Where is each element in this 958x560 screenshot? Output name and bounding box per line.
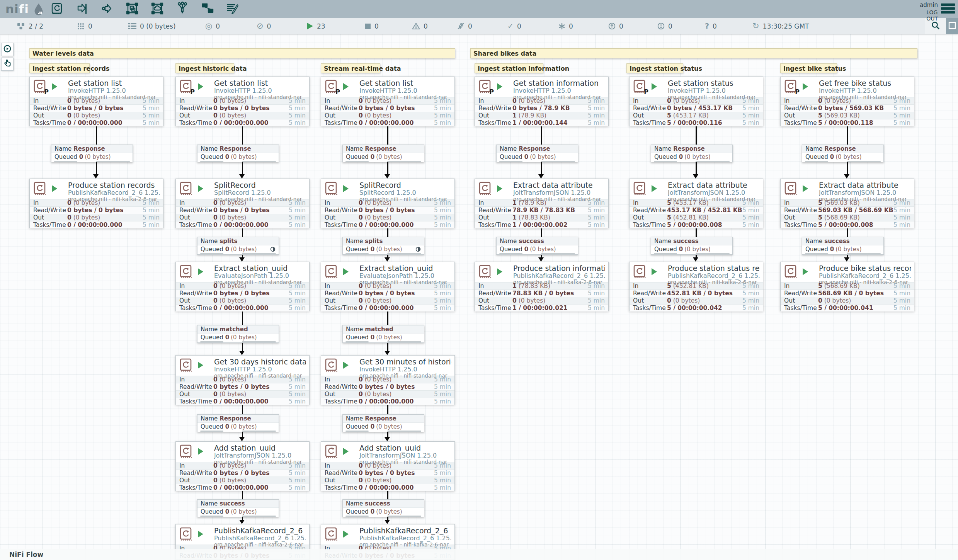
queued-count: 0 (371, 334, 374, 341)
connection-label[interactable]: NamematchedQueued0(0 bytes) (342, 325, 424, 343)
processor[interactable]: Get 30 days historic dataInvokeHTTP 1.25… (175, 355, 310, 405)
toolbar-output-port-icon (100, 2, 114, 17)
processor[interactable]: Produce station recordsPublishKafkaRecor… (29, 179, 163, 228)
toolbar-input-port-button[interactable] (75, 3, 88, 16)
toolbar-output-port-button[interactable] (100, 3, 114, 16)
locally-modified-stale-icon (657, 22, 665, 30)
queued-label: Queued (805, 246, 828, 253)
section-label[interactable]: Stream real-time data (321, 63, 380, 73)
connection-label[interactable]: NamesplitsQueued0(0 bytes) (342, 237, 424, 255)
stat-label: Tasks/Time (325, 484, 359, 491)
stat-value: 0 / 00:00:00.000 (359, 119, 414, 126)
toolbar-processor-button[interactable] (50, 3, 63, 16)
processor[interactable]: PGet free bike statusInvokeHTTP 1.25.0or… (780, 77, 914, 126)
breadcrumb-root[interactable]: NiFi Flow (0, 549, 958, 558)
connection-label[interactable]: NameResponseQueued0(0 bytes) (197, 414, 279, 432)
queue-count-bar (345, 341, 369, 342)
stat-value: 0 bytes / 0 bytes (213, 383, 270, 390)
connection-arrowhead-icon (385, 520, 390, 524)
logout-link[interactable]: LOG OUT (926, 9, 938, 22)
connection-arrowhead-icon (93, 174, 99, 179)
corner-panel-toggle[interactable] (946, 18, 958, 34)
processor[interactable]: Extract data attributeJoltTransformJSON … (475, 179, 609, 228)
toolbar-remote-process-group-button[interactable] (151, 3, 164, 16)
stat-size: (568.69 KB) (824, 283, 860, 289)
group-label[interactable]: Water levels data (29, 48, 455, 58)
stat-window: 5 min (289, 199, 306, 206)
processor-header: SplitRecordSplitRecord 1.25.0org.apache.… (321, 179, 454, 199)
section-label[interactable]: Ingest historic data (175, 63, 234, 73)
connection-arrowhead-icon (385, 351, 390, 355)
connection-label[interactable]: NamesplitsQueued0(0 bytes) (197, 237, 279, 255)
processor-header: Extract data attributeJoltTransformJSON … (630, 179, 763, 199)
group-label[interactable]: Shared bikes data (470, 48, 917, 58)
stat-label: Read/Write (179, 207, 213, 214)
toolbar-process-group-button[interactable] (126, 3, 139, 16)
stat-label: Read/Write (478, 207, 512, 214)
processor[interactable]: PGet station statusInvokeHTTP 1.25.0org.… (629, 77, 763, 126)
queue-size-bar (387, 341, 421, 342)
processor[interactable]: Produce station information rec...Publis… (475, 262, 609, 311)
processor[interactable]: Extract station_uuidEvaluateJsonPath 1.2… (321, 262, 455, 311)
operate-palette-toggle[interactable] (1, 58, 14, 71)
connection-label[interactable]: NameResponseQueued0(0 bytes) (496, 145, 578, 162)
stat-row-tasks: Tasks/Time5 / 00:00:00.1165 min (630, 119, 763, 126)
toolbar-funnel-button[interactable] (176, 3, 189, 16)
processor[interactable]: PGet station listInvokeHTTP 1.25.0org.ap… (29, 77, 163, 126)
refresh-icon[interactable]: ↻ (752, 22, 759, 30)
processor[interactable]: PGet station informationInvokeHTTP 1.25.… (475, 77, 609, 126)
processor[interactable]: Add station_uuidJoltTransformJSON 1.25.0… (321, 441, 455, 491)
connection-label[interactable]: NamesuccessQueued0(0 bytes) (342, 499, 424, 517)
stat-row-in: In5 (568.69 KB)5 min (781, 282, 914, 289)
stat-count: 5 (667, 214, 671, 221)
connection-label[interactable]: NamesuccessQueued0(0 bytes) (651, 237, 733, 255)
run-status-running-icon (198, 531, 209, 538)
stat-value: 0 (0 bytes) (213, 391, 246, 398)
processor[interactable]: Produce bike status recordsPublishKafkaR… (780, 262, 914, 311)
stat-count: 0 (512, 97, 517, 104)
section-label[interactable]: Ingest station information (475, 63, 543, 73)
processor[interactable]: PGet station listInvokeHTTP 1.25.0org.ap… (175, 77, 310, 126)
queued-count: 0 (524, 246, 528, 253)
queue-indicator-bars (497, 160, 578, 162)
processor[interactable]: Extract station_uuidEvaluateJsonPath 1.2… (175, 262, 310, 311)
connection-label[interactable]: NamesuccessQueued0(0 bytes) (197, 499, 279, 517)
processor-header: PGet station listInvokeHTTP 1.25.0org.ap… (176, 77, 309, 97)
section-label[interactable]: Ingest station records (29, 63, 90, 73)
run-status-running-icon (198, 448, 209, 455)
toolbar-template-button[interactable] (201, 3, 214, 16)
global-menu-icon[interactable] (941, 3, 955, 15)
connection-label[interactable]: NamematchedQueued0(0 bytes) (197, 325, 279, 343)
section-label[interactable]: Ingest station status (626, 63, 683, 73)
processor[interactable]: Extract data attributeJoltTransformJSON … (629, 179, 763, 228)
stat-value: 0 (0 bytes) (213, 462, 246, 469)
connection-label[interactable]: NamesuccessQueued0(0 bytes) (496, 237, 578, 255)
processor[interactable]: Add station_uuidJoltTransformJSON 1.25.0… (175, 441, 310, 491)
processor[interactable]: Get 30 minutes of historic dataInvokeHTT… (321, 355, 455, 405)
processor-titles: Get station statusInvokeHTTP 1.25.0org.a… (668, 79, 756, 100)
processor[interactable]: SplitRecordSplitRecord 1.25.0org.apache.… (321, 179, 455, 228)
connection-label[interactable]: NamesuccessQueued0(0 bytes) (802, 237, 884, 255)
flow-canvas[interactable]: Water levels dataShared bikes dataIngest… (0, 34, 958, 560)
processor[interactable]: Extract data attributeJoltTransformJSON … (780, 179, 914, 228)
processor[interactable]: Produce station status recordsPublishKaf… (629, 262, 763, 311)
section-label[interactable]: Ingest bike status (780, 63, 837, 73)
processor[interactable]: PGet station listInvokeHTTP 1.25.0org.ap… (321, 77, 455, 126)
processor-header: Get 30 days historic dataInvokeHTTP 1.25… (176, 356, 309, 376)
toolbar-label-button[interactable] (226, 3, 239, 16)
navigate-palette-toggle[interactable] (1, 43, 14, 56)
stat-row-out: Out5 (568.69 KB)5 min (781, 214, 914, 221)
connection-label[interactable]: NameResponseQueued0(0 bytes) (342, 145, 424, 162)
connection-label[interactable]: NameResponseQueued0(0 bytes) (802, 145, 884, 162)
connection-label[interactable]: NameResponseQueued0(0 bytes) (197, 145, 279, 162)
connection-label[interactable]: NameResponseQueued0(0 bytes) (51, 145, 133, 162)
connection-label[interactable]: NameResponseQueued0(0 bytes) (342, 414, 424, 432)
run-status-running-icon (803, 268, 813, 275)
stat-label: In (784, 97, 818, 104)
connection-label[interactable]: NameResponseQueued0(0 bytes) (651, 145, 733, 162)
processor[interactable]: SplitRecordSplitRecord 1.25.0org.apache.… (175, 179, 310, 228)
stat-window: 5 min (588, 119, 605, 126)
stat-window: 5 min (434, 462, 451, 469)
stat-row-tasks: Tasks/Time0 / 00:00:00.0005 min (321, 221, 454, 228)
processor-header: Extract data attributeJoltTransformJSON … (475, 179, 608, 199)
